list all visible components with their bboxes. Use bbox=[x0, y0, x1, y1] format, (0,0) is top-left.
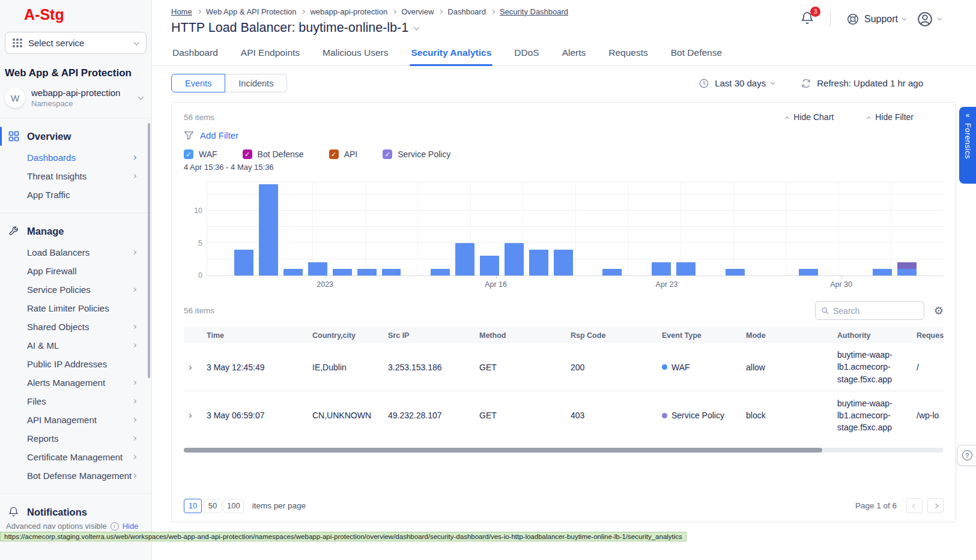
tab-bot-defense[interactable]: Bot Defense bbox=[670, 44, 723, 65]
namespace-selector[interactable]: W webapp-api-protection Namespace bbox=[0, 79, 151, 108]
row-expander-icon[interactable]: › bbox=[184, 361, 205, 373]
chart-bar-waf[interactable] bbox=[357, 269, 377, 275]
sidebar-item-files[interactable]: Files bbox=[0, 392, 151, 411]
sidebar-item-service-policies[interactable]: Service Policies bbox=[0, 280, 151, 299]
support-button[interactable]: Support bbox=[846, 13, 906, 26]
column-header-method[interactable]: Method bbox=[478, 331, 569, 340]
chart-bar-waf[interactable] bbox=[283, 269, 303, 275]
time-range-selector[interactable]: Last 30 days bbox=[699, 78, 774, 89]
chart-bar-waf[interactable] bbox=[333, 269, 352, 275]
add-filter-button[interactable]: Add Filter bbox=[184, 130, 944, 140]
sidebar-item-threat-insights[interactable]: Threat Insights bbox=[0, 167, 151, 185]
chart-bar-waf[interactable] bbox=[602, 269, 622, 275]
chart-bar-waf[interactable] bbox=[529, 250, 548, 275]
chart-bar-waf[interactable] bbox=[382, 269, 401, 275]
sidebar-item-certificate-management[interactable]: Certificate Management bbox=[0, 448, 151, 466]
chart-bar-waf[interactable] bbox=[431, 269, 450, 275]
tab-malicious-users[interactable]: Malicious Users bbox=[321, 44, 389, 65]
search-input[interactable] bbox=[833, 306, 918, 316]
tab-alerts[interactable]: Alerts bbox=[561, 44, 587, 65]
column-header-rsp-code[interactable]: Rsp Code bbox=[569, 331, 661, 340]
nav-header-manage[interactable]: Manage bbox=[0, 219, 151, 243]
horizontal-scrollbar[interactable] bbox=[184, 448, 944, 453]
column-header-authority[interactable]: Authority bbox=[836, 331, 915, 340]
chart-bar-waf[interactable] bbox=[259, 184, 278, 275]
notifications-bell-button[interactable]: 3 bbox=[800, 11, 814, 28]
sidebar-item-dashboards[interactable]: Dashboards bbox=[0, 148, 151, 167]
sidebar-item-ai-ml[interactable]: AI & ML bbox=[0, 336, 151, 355]
hide-chart-button[interactable]: Hide Chart bbox=[786, 112, 834, 122]
forensics-panel-tab[interactable]: « Forensics bbox=[959, 107, 976, 184]
checkbox-api[interactable]: ✓ bbox=[329, 149, 339, 159]
sidebar-item-app-traffic[interactable]: App Traffic bbox=[0, 185, 151, 204]
sidebar-scrollbar[interactable] bbox=[148, 123, 150, 378]
column-header-event-type[interactable]: Event Type bbox=[661, 331, 745, 340]
page-size-100[interactable]: 100 bbox=[223, 499, 244, 513]
nav-header-notifications[interactable]: Notifications bbox=[0, 500, 151, 524]
filter-waf[interactable]: ✓WAF bbox=[184, 149, 217, 159]
checkbox-waf[interactable]: ✓ bbox=[184, 149, 193, 159]
chart-bar-waf[interactable] bbox=[652, 262, 671, 275]
column-header-mode[interactable]: Mode bbox=[745, 331, 836, 340]
incidents-toggle-button[interactable]: Incidents bbox=[225, 74, 287, 92]
tab-api-endpoints[interactable]: API Endpoints bbox=[240, 44, 301, 65]
column-header-country-city[interactable]: Country,city bbox=[311, 331, 387, 340]
page-size-10[interactable]: 10 bbox=[184, 499, 202, 513]
breadcrumb-item-dashboard[interactable]: Dashboard bbox=[447, 7, 486, 16]
sidebar-item-public-ip-addresses[interactable]: Public IP Addresses bbox=[0, 355, 151, 373]
chart-bar-waf[interactable] bbox=[505, 243, 524, 275]
table-row[interactable]: ›3 May 06:59:07CN,UNKNOWN49.232.28.107GE… bbox=[184, 391, 944, 439]
chart-bar-waf[interactable] bbox=[308, 262, 327, 275]
help-button[interactable]: ? bbox=[957, 445, 976, 466]
filter-bot-defense[interactable]: ✓Bot Defense bbox=[243, 149, 304, 159]
sidebar-item-api-management[interactable]: API Management bbox=[0, 411, 151, 429]
filter-api[interactable]: ✓API bbox=[329, 149, 358, 159]
chart-bar-waf[interactable] bbox=[897, 269, 917, 275]
column-header-src-ip[interactable]: Src IP bbox=[387, 331, 478, 340]
breadcrumb-item-home[interactable]: Home bbox=[171, 7, 192, 16]
breadcrumb-item-security-dashboard[interactable]: Security Dashboard bbox=[500, 7, 568, 16]
gear-icon[interactable]: ⚙ bbox=[934, 306, 944, 316]
chart-bar-service-policy[interactable] bbox=[897, 262, 917, 269]
breadcrumb-item-web-app-api-protection[interactable]: Web App & API Protection bbox=[206, 7, 297, 16]
title-chevron-down-icon[interactable] bbox=[414, 24, 420, 30]
horizontal-scrollbar-thumb[interactable] bbox=[184, 448, 822, 453]
chart-bar-waf[interactable] bbox=[480, 256, 499, 275]
sidebar-item-alerts-management[interactable]: Alerts Management bbox=[0, 373, 151, 392]
chart-bar-waf[interactable] bbox=[873, 269, 892, 275]
sidebar-item-load-balancers[interactable]: Load Balancers bbox=[0, 243, 151, 262]
breadcrumb-item-overview[interactable]: Overview bbox=[401, 7, 434, 16]
row-expander-icon[interactable]: › bbox=[184, 409, 205, 421]
checkbox-bot-defense[interactable]: ✓ bbox=[243, 149, 252, 159]
tab-security-analytics[interactable]: Security Analytics bbox=[410, 44, 493, 65]
chart-bar-waf[interactable] bbox=[726, 269, 745, 275]
refresh-button[interactable]: Refresh: Updated 1 hr ago bbox=[801, 78, 923, 89]
chart-bar-waf[interactable] bbox=[799, 269, 818, 275]
tab-ddos[interactable]: DDoS bbox=[513, 44, 540, 65]
breadcrumb-item-webapp-api-protection[interactable]: webapp-api-protection bbox=[310, 7, 387, 16]
filter-service-policy[interactable]: ✓Service Policy bbox=[383, 149, 450, 159]
hide-advanced-nav-link[interactable]: Hide bbox=[123, 522, 139, 531]
hide-filter-button[interactable]: Hide Filter bbox=[867, 112, 914, 122]
chart-bar-waf[interactable] bbox=[234, 250, 253, 275]
table-row[interactable]: ›3 May 12:45:49IE,Dublin3.253.153.186GET… bbox=[184, 343, 944, 391]
column-header-request-path[interactable]: Request Path bbox=[915, 331, 944, 340]
tab-dashboard[interactable]: Dashboard bbox=[171, 44, 219, 65]
nav-header-overview[interactable]: Overview bbox=[0, 124, 151, 148]
chart-bar-waf[interactable] bbox=[676, 262, 696, 275]
chart-bar-waf[interactable] bbox=[554, 250, 573, 275]
page-size-50[interactable]: 50 bbox=[204, 499, 222, 513]
next-page-button[interactable] bbox=[927, 498, 944, 513]
user-menu-button[interactable] bbox=[917, 11, 941, 28]
service-selector[interactable]: Select service bbox=[5, 32, 147, 54]
sidebar-item-app-firewall[interactable]: App Firewall bbox=[0, 262, 151, 280]
events-toggle-button[interactable]: Events bbox=[171, 74, 225, 92]
sidebar-item-bot-defense-management[interactable]: Bot Defense Management bbox=[0, 466, 151, 485]
tab-requests[interactable]: Requests bbox=[607, 44, 649, 65]
previous-page-button[interactable] bbox=[906, 498, 923, 513]
checkbox-service-policy[interactable]: ✓ bbox=[383, 149, 392, 159]
sidebar-item-shared-objects[interactable]: Shared Objects bbox=[0, 318, 151, 336]
column-header-time[interactable]: Time bbox=[205, 331, 311, 340]
chart-bar-waf[interactable] bbox=[455, 243, 474, 275]
sidebar-item-rate-limiter-policies[interactable]: Rate Limiter Policies bbox=[0, 299, 151, 318]
